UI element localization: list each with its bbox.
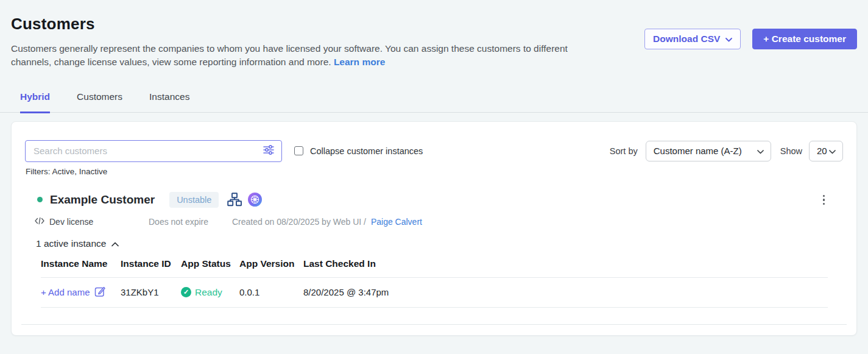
download-csv-label: Download CSV [653,34,720,44]
sort-show-controls: Sort by Customer name (A-Z) Show 20 [610,141,843,161]
filters-summary: Filters: Active, Inactive [26,167,843,176]
app-status-cell: ✓ Ready [181,287,239,298]
app-status-label: Ready [195,287,222,298]
download-csv-button[interactable]: Download CSV [644,29,741,49]
collapse-instances-control[interactable]: Collapse customer instances [294,146,423,156]
code-brackets-icon [35,217,44,227]
customers-list-card: Collapse customer instances Sort by Cust… [11,121,857,336]
col-header-instance-name: Instance Name [41,258,121,269]
sort-select[interactable]: Customer name (A-Z) [646,141,771,161]
kebab-menu-icon[interactable] [820,193,828,208]
tab-bar: Hybrid Customers Instances [9,91,868,113]
chevron-up-icon [111,238,119,249]
create-customer-button[interactable]: + Create customer [752,29,857,49]
sort-selected-value: Customer name (A-Z) [654,146,742,156]
instances-table: Instance Name Instance ID App Status App… [41,258,828,308]
instances-table-header: Instance Name Instance ID App Status App… [41,258,828,278]
customer-block-divider [21,324,847,325]
col-header-last-checked-in: Last Checked In [303,258,828,269]
show-label: Show [780,146,802,156]
sort-by-label: Sort by [610,146,638,156]
show-selected-value: 20 [817,146,827,156]
filter-sliders-icon[interactable] [263,144,275,158]
instances-toggle-row: 1 active instance [25,227,843,249]
search-customers-box [25,140,282,162]
customers-page: Customers Customers generally represent … [0,0,868,354]
list-toolbar: Collapse customer instances Sort by Cust… [25,140,843,162]
col-header-app-status: App Status [181,258,239,269]
chevron-down-icon [757,146,764,156]
active-status-dot [37,197,43,202]
created-by-link[interactable]: Paige Calvert [371,217,422,227]
license-type: Dev license [35,217,149,227]
col-header-app-version: App Version [239,258,303,269]
collapse-instances-label: Collapse customer instances [310,146,423,156]
page-description: Customers generally represent the compan… [11,42,596,69]
tab-hybrid[interactable]: Hybrid [20,91,50,113]
kubernetes-icon [248,193,262,207]
show-select[interactable]: 20 [809,141,843,161]
header-actions: Download CSV + Create customer [644,29,857,49]
chevron-down-icon [725,34,732,44]
page-header: Customers Customers generally represent … [0,0,868,69]
check-circle-icon: ✓ [181,287,191,297]
learn-more-link[interactable]: Learn more [334,57,385,67]
instances-toggle[interactable]: 1 active instance [36,238,119,249]
add-name-link[interactable]: + Add name [41,287,90,297]
instance-id-cell: 31ZKbY1 [121,287,181,297]
channel-badge: Unstable [169,192,219,208]
col-header-instance-id: Instance ID [121,258,181,269]
instance-row: + Add name 31ZKbY1 ✓ Ready 0.0.1 8/20/20… [41,278,828,308]
customer-name[interactable]: Example Customer [50,193,155,207]
instance-name-cell: + Add name [41,286,121,299]
last-checked-in-cell: 8/20/2025 @ 3:47pm [303,287,828,297]
license-row: Dev license Does not expire Created on 0… [35,217,843,227]
license-expiration: Does not expire [149,217,232,227]
page-description-text: Customers generally represent the compan… [11,43,568,67]
search-input[interactable] [34,146,263,156]
tab-instances[interactable]: Instances [149,91,189,113]
customer-header-row: Example Customer Unstable [37,191,843,209]
chevron-down-icon [829,146,836,156]
instances-summary-label: 1 active instance [36,238,106,249]
edit-pencil-icon[interactable] [94,286,106,299]
created-info: Created on 08/20/2025 by Web UI / Paige … [232,217,422,227]
helm-org-chart-icon [227,193,242,207]
tab-bar-divider [0,112,868,113]
collapse-instances-checkbox[interactable] [294,146,303,155]
tab-customers[interactable]: Customers [77,91,122,113]
created-text: Created on 08/20/2025 by Web UI / [232,217,366,227]
license-type-label: Dev license [49,217,93,227]
app-version-cell: 0.0.1 [239,287,303,297]
